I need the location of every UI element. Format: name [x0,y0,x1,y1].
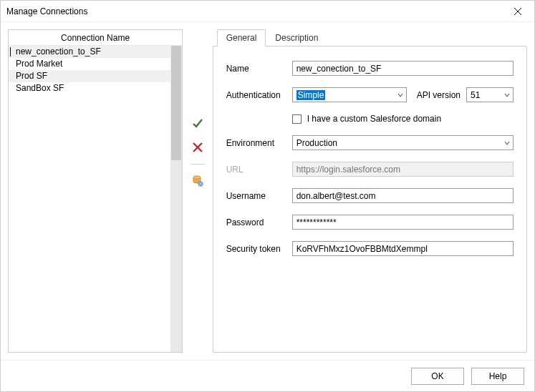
tab-description[interactable]: Description [266,29,327,46]
window-title: Manage Connections [6,6,507,16]
svg-point-6 [198,182,203,186]
url-field [292,162,514,177]
scrollbar-thumb[interactable] [171,46,181,160]
help-button[interactable]: Help [471,368,524,385]
chevron-down-icon [503,139,511,147]
custom-domain-checkbox[interactable] [292,114,302,124]
accept-button[interactable] [190,115,206,131]
api-version-select[interactable]: 51 [466,87,514,102]
api-version-label: API version [417,90,461,100]
list-item[interactable]: Prod SF [9,70,170,82]
database-link-icon [192,175,203,187]
password-field[interactable] [292,215,514,230]
username-field[interactable] [292,188,514,203]
tab-panel-general: Name Authentication Simple API version [213,46,527,353]
environment-select[interactable]: Production [292,135,514,150]
ok-button[interactable]: OK [411,368,464,385]
check-icon [192,117,203,129]
custom-domain-label: I have a custom Salesforce domain [307,114,441,124]
name-field[interactable] [292,61,514,76]
name-label: Name [226,64,292,74]
connection-list: Connection Name new_conection_to_SF Prod… [8,29,183,353]
connection-button[interactable] [190,173,206,189]
username-label: Username [226,191,292,201]
security-token-field[interactable] [292,241,514,256]
chevron-down-icon [396,91,405,99]
scrollbar-vertical[interactable] [170,46,182,352]
environment-label: Environment [226,138,292,148]
authentication-label: Authentication [226,90,292,100]
security-token-label: Security token [226,244,292,254]
list-item[interactable]: new_conection_to_SF [9,46,170,58]
authentication-select[interactable]: Simple [292,87,407,102]
column-header-name[interactable]: Connection Name [9,30,182,46]
close-button[interactable] [507,1,529,22]
close-icon [514,8,521,15]
cross-icon [193,142,203,152]
tab-general[interactable]: General [217,29,266,46]
chevron-down-icon [503,91,511,99]
reject-button[interactable] [190,139,206,155]
url-label: URL [226,165,292,175]
toolbar-divider [191,164,204,165]
list-item[interactable]: SandBox SF [9,82,170,94]
list-item[interactable]: Prod Market [9,58,170,70]
password-label: Password [226,217,292,227]
svg-point-5 [193,176,201,179]
